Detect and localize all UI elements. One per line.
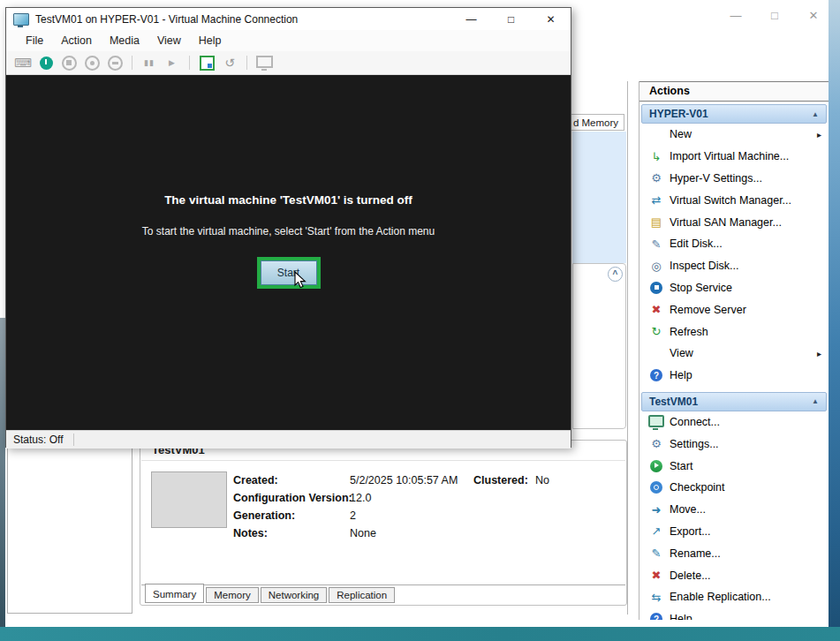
manager-maximize-icon[interactable]: □ bbox=[761, 4, 788, 26]
step-icon[interactable]: ▶ bbox=[161, 53, 184, 73]
action-label: View bbox=[670, 347, 693, 359]
action-virtual-switch-manager[interactable]: ⇄ Virtual Switch Manager... bbox=[639, 189, 829, 211]
stop-service-icon bbox=[650, 282, 662, 294]
actions-panel-title: Actions bbox=[639, 81, 829, 102]
group-header-label: HYPER-V01 bbox=[649, 108, 708, 120]
tab-networking[interactable]: Networking bbox=[261, 587, 328, 603]
action-label: Inspect Disk... bbox=[670, 260, 739, 272]
window-title: TestVM01 on HYPER-V01 - Virtual Machine … bbox=[35, 13, 298, 26]
action-inspect-disk[interactable]: ◎ Inspect Disk... bbox=[639, 255, 829, 277]
action-remove-server[interactable]: ✖ Remove Server bbox=[639, 298, 829, 320]
viewport-start-button[interactable]: Start bbox=[261, 260, 317, 285]
tab-replication[interactable]: Replication bbox=[329, 587, 395, 603]
menu-file[interactable]: File bbox=[17, 32, 52, 49]
menu-help[interactable]: Help bbox=[190, 32, 231, 49]
actions-group-header-hyperv01[interactable]: HYPER-V01 ▲ bbox=[641, 104, 827, 124]
action-label: Virtual Switch Manager... bbox=[670, 194, 791, 207]
pause-icon[interactable]: ▮▮ bbox=[138, 53, 161, 73]
desktop-wallpaper-right bbox=[829, 0, 840, 627]
menu-media[interactable]: Media bbox=[101, 32, 148, 49]
rename-icon: ✎ bbox=[648, 547, 664, 560]
revert-icon[interactable]: ↺ bbox=[218, 53, 241, 73]
status-text: Status: Off bbox=[13, 434, 63, 446]
action-virtual-san-manager[interactable]: ▤ Virtual SAN Manager... bbox=[639, 211, 829, 233]
vmc-statusbar: Status: Off bbox=[6, 430, 571, 449]
power-start-icon[interactable] bbox=[34, 53, 57, 73]
icon-slot bbox=[648, 460, 664, 472]
ctrl-alt-del-keyboard-icon[interactable]: ⌨ bbox=[11, 53, 34, 73]
tab-memory[interactable]: Memory bbox=[206, 587, 259, 603]
action-delete[interactable]: ✖ Delete... bbox=[639, 564, 829, 586]
turn-off-icon[interactable] bbox=[57, 53, 80, 73]
actions-group-header-testvm01[interactable]: TestVM01 ▲ bbox=[641, 392, 827, 411]
replication-icon: ⇆ bbox=[648, 591, 664, 604]
manager-minimize-icon[interactable]: — bbox=[723, 4, 749, 26]
checkpoint-shape bbox=[200, 56, 215, 71]
action-label: Settings... bbox=[670, 438, 719, 450]
action-label: Checkpoint bbox=[670, 481, 725, 494]
manager-close-icon[interactable]: ✕ bbox=[800, 4, 827, 26]
action-label: Export... bbox=[670, 525, 711, 538]
viewport-heading: The virtual machine 'TestVM01' is turned… bbox=[6, 193, 571, 207]
action-vm-help[interactable]: ? Help bbox=[639, 608, 829, 620]
menu-action[interactable]: Action bbox=[52, 32, 101, 49]
submenu-arrow-icon: ▸ bbox=[817, 130, 821, 140]
action-vm-settings[interactable]: ⚙ Settings... bbox=[639, 433, 829, 455]
action-enable-replication[interactable]: ⇆ Enable Replication... bbox=[639, 586, 829, 608]
action-edit-disk[interactable]: ✎ Edit Disk... bbox=[639, 233, 829, 255]
action-label: Refresh bbox=[670, 326, 708, 338]
action-label: Virtual SAN Manager... bbox=[670, 216, 782, 229]
chevron-up-icon: ▲ bbox=[812, 110, 819, 118]
action-import-virtual-machine[interactable]: ↳ Import Virtual Machine... bbox=[639, 146, 829, 168]
save-state-icon[interactable] bbox=[103, 53, 126, 73]
vmc-close-icon[interactable]: ✕ bbox=[531, 8, 571, 30]
monitor-shape bbox=[256, 56, 273, 68]
vmc-window-controls: — □ ✕ bbox=[451, 8, 571, 30]
action-help[interactable]: ? Help bbox=[639, 365, 829, 387]
vmc-minimize-icon[interactable]: — bbox=[451, 8, 491, 30]
action-label: Connect... bbox=[670, 416, 720, 428]
field-label-clustered: Clustered: bbox=[473, 474, 528, 486]
vmc-titlebar[interactable]: TestVM01 on HYPER-V01 - Virtual Machine … bbox=[6, 8, 571, 30]
viewport-subheading: To start the virtual machine, select 'St… bbox=[6, 225, 571, 238]
action-new[interactable]: New ▸ bbox=[639, 124, 829, 146]
menu-view[interactable]: View bbox=[148, 32, 190, 49]
field-value-created: 5/2/2025 10:05:57 AM bbox=[350, 474, 458, 486]
collapse-chevron-icon[interactable]: ^ bbox=[608, 267, 623, 282]
enhanced-session-icon[interactable] bbox=[253, 53, 276, 73]
icon-slot: ? bbox=[648, 369, 664, 381]
edit-disk-icon: ✎ bbox=[648, 238, 664, 251]
power-circle bbox=[40, 57, 53, 70]
manager-window-controls: — □ ✕ bbox=[723, 4, 827, 26]
details-tabstrip: Summary Memory Networking Replication bbox=[145, 583, 397, 603]
checkpoints-panel-fragment: ^ bbox=[572, 263, 626, 429]
toolbar-separator bbox=[246, 56, 247, 70]
vm-list-selected-row-fragment[interactable] bbox=[572, 132, 626, 263]
panel-divider bbox=[627, 81, 628, 615]
checkpoint-toolbar-icon[interactable] bbox=[195, 53, 218, 73]
vm-viewport[interactable]: The virtual machine 'TestVM01' is turned… bbox=[6, 75, 571, 430]
tab-summary[interactable]: Summary bbox=[145, 584, 204, 603]
action-start[interactable]: Start bbox=[639, 455, 829, 477]
action-checkpoint[interactable]: Checkpoint bbox=[639, 477, 829, 499]
start-icon bbox=[650, 460, 662, 472]
action-rename[interactable]: ✎ Rename... bbox=[639, 542, 829, 564]
statusbar-divider bbox=[73, 434, 74, 446]
action-move[interactable]: ➜ Move... bbox=[639, 499, 829, 521]
action-label: Move... bbox=[670, 503, 706, 516]
action-refresh[interactable]: ↻ Refresh bbox=[639, 320, 829, 343]
icon-slot bbox=[648, 481, 664, 494]
shut-down-icon[interactable] bbox=[80, 53, 103, 73]
vm-thumbnail bbox=[151, 471, 227, 528]
action-view[interactable]: View ▸ bbox=[639, 343, 829, 365]
vmc-menubar: File Action Media View Help bbox=[6, 30, 571, 51]
refresh-icon: ↻ bbox=[648, 325, 664, 338]
vmc-maximize-icon[interactable]: □ bbox=[491, 8, 531, 30]
action-stop-service[interactable]: Stop Service bbox=[639, 277, 829, 299]
keyboard-glyph: ⌨ bbox=[14, 56, 32, 70]
action-hyperv-settings[interactable]: ⚙ Hyper-V Settings... bbox=[639, 168, 829, 190]
actions-panel: Actions HYPER-V01 ▲ New ▸ ↳ Import Virtu… bbox=[639, 81, 829, 620]
action-connect[interactable]: Connect... bbox=[639, 411, 829, 434]
action-export[interactable]: ↗ Export... bbox=[639, 521, 829, 543]
settings-gear-icon: ⚙ bbox=[648, 437, 664, 450]
